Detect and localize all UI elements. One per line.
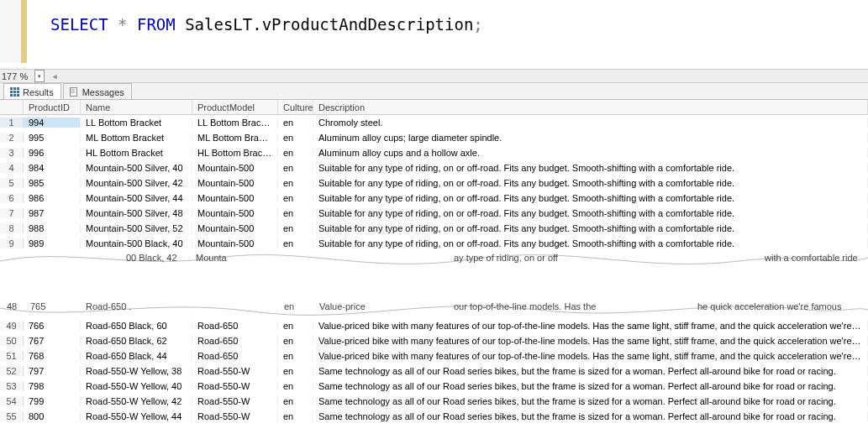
cell-productid[interactable]: 994 [24,118,81,128]
cell-productmodel[interactable]: Road-550-W [192,396,278,406]
cell-name[interactable]: Mountain-500 Silver, 42 [81,178,192,188]
cell-productmodel[interactable]: ML Bottom Bracket [192,133,278,143]
cell-name[interactable]: HL Bottom Bracket [81,148,192,158]
cell-productmodel[interactable]: Mountain-500 [192,178,278,188]
cell-productmodel[interactable]: Road-550-W [192,366,278,376]
cell-productmodel[interactable]: Mountain-500 [192,238,278,248]
cell-productid[interactable]: 988 [24,223,81,233]
cell-productmodel[interactable]: Road-550-W [192,381,278,391]
table-row[interactable]: 55800Road-550-W Yellow, 44Road-550-WenSa… [0,409,868,424]
cell-description[interactable]: Suitable for any type of riding, on or o… [313,193,868,203]
cell-culture[interactable]: en [278,223,313,233]
cell-name[interactable]: Road-550-W Yellow, 40 [81,381,192,391]
cell-description[interactable]: Aluminum alloy cups and a hollow axle. [313,148,868,158]
cell-name[interactable]: LL Bottom Bracket [81,118,192,128]
cell-description[interactable]: Suitable for any type of riding, on or o… [313,208,868,218]
cell-culture[interactable]: en [278,366,313,376]
cell-description[interactable]: Same technology as all of our Road serie… [313,366,868,376]
cell-productmodel[interactable]: Road-650 [192,336,278,346]
cell-culture[interactable]: en [278,193,313,203]
cell-productid[interactable]: 800 [24,411,81,421]
cell-productid[interactable]: 768 [24,351,81,361]
cell-name[interactable]: Mountain-500 Silver, 52 [81,223,192,233]
cell-culture[interactable]: en [278,336,313,346]
cell-name[interactable]: Road-650 Black, 60 [81,321,192,331]
cell-productmodel[interactable]: Road-650 [192,321,278,331]
cell-culture[interactable]: en [278,381,313,391]
table-row[interactable]: 8988Mountain-500 Silver, 52Mountain-500e… [0,221,868,236]
cell-productid[interactable]: 798 [24,381,81,391]
scroll-left-icon[interactable]: ◄ [51,73,58,80]
tab-messages[interactable]: Messages [63,83,132,99]
cell-culture[interactable]: en [278,321,313,331]
cell-productid[interactable]: 996 [24,148,81,158]
cell-culture[interactable]: en [278,411,313,421]
header-description[interactable]: Description [313,100,868,114]
table-row[interactable]: 5985Mountain-500 Silver, 42Mountain-500e… [0,175,868,191]
table-row[interactable]: 50767Road-650 Black, 62Road-650enValue-p… [0,333,868,348]
table-row[interactable]: 6986Mountain-500 Silver, 44Mountain-500e… [0,191,868,206]
cell-description[interactable]: Suitable for any type of riding, on or o… [313,223,868,233]
cell-name[interactable]: Road-550-W Yellow, 44 [81,411,192,421]
table-row[interactable]: 4984Mountain-500 Silver, 40Mountain-500e… [0,160,868,175]
header-productmodel[interactable]: ProductModel [192,100,278,114]
cell-productid[interactable]: 766 [24,321,81,331]
cell-productmodel[interactable]: Mountain-500 [192,223,278,233]
cell-description[interactable]: Same technology as all of our Road serie… [313,381,868,391]
tab-results[interactable]: Results [3,83,61,99]
cell-description[interactable]: Same technology as all of our Road serie… [313,411,868,421]
cell-culture[interactable]: en [278,133,313,143]
header-name[interactable]: Name [81,100,192,114]
cell-culture[interactable]: en [278,163,313,173]
table-row[interactable]: 1994LL Bottom BracketLL Bottom Bracketen… [0,115,868,130]
cell-description[interactable]: Value-priced bike with many features of … [313,321,868,331]
cell-culture[interactable]: en [278,208,313,218]
table-row[interactable]: 3996HL Bottom BracketHL Bottom Bracketen… [0,145,868,160]
cell-description[interactable]: Suitable for any type of riding, on or o… [313,163,868,173]
cell-productmodel[interactable]: Mountain-500 [192,208,278,218]
cell-name[interactable]: Road-550-W Yellow, 42 [81,396,192,406]
cell-productid[interactable]: 984 [24,163,81,173]
table-row[interactable]: 2995ML Bottom BracketML Bottom Bracketen… [0,130,868,145]
header-culture[interactable]: Culture [278,100,313,114]
sql-text[interactable]: SELECT * FROM SalesLT.vProductAndDescrip… [50,15,483,34]
table-row[interactable]: 51768Road-650 Black, 44Road-650enValue-p… [0,348,868,363]
cell-name[interactable]: Road-650 Black, 44 [81,351,192,361]
cell-productid[interactable]: 995 [24,133,81,143]
cell-productmodel[interactable]: HL Bottom Bracket [192,148,278,158]
cell-description[interactable]: Value-priced bike with many features of … [313,351,868,361]
cell-productid[interactable]: 767 [24,336,81,346]
cell-name[interactable]: Mountain-500 Black, 40 [81,238,192,248]
table-row[interactable]: 9989Mountain-500 Black, 40Mountain-500en… [0,236,868,251]
table-row[interactable]: 52797Road-550-W Yellow, 38Road-550-WenSa… [0,363,868,379]
cell-description[interactable]: Aluminum alloy cups; large diameter spin… [313,133,868,143]
table-row[interactable]: 49766Road-650 Black, 60Road-650enValue-p… [0,318,868,333]
cell-productmodel[interactable]: Mountain-500 [192,163,278,173]
cell-culture[interactable]: en [278,351,313,361]
cell-description[interactable]: Chromoly steel. [313,118,868,128]
cell-productid[interactable]: 987 [24,208,81,218]
cell-culture[interactable]: en [278,148,313,158]
cell-name[interactable]: Mountain-500 Silver, 44 [81,193,192,203]
table-row[interactable]: 53798Road-550-W Yellow, 40Road-550-WenSa… [0,379,868,394]
cell-productid[interactable]: 797 [24,366,81,376]
cell-culture[interactable]: en [278,178,313,188]
cell-culture[interactable]: en [278,396,313,406]
cell-productid[interactable]: 986 [24,193,81,203]
cell-name[interactable]: Mountain-500 Silver, 48 [81,208,192,218]
sql-editor[interactable]: SELECT * FROM SalesLT.vProductAndDescrip… [0,0,868,69]
cell-productmodel[interactable]: Road-650 [192,351,278,361]
cell-name[interactable]: Road-650 Black, 62 [81,336,192,346]
cell-description[interactable]: Same technology as all of our Road serie… [313,396,868,406]
cell-productmodel[interactable]: Mountain-500 [192,193,278,203]
cell-productid[interactable]: 799 [24,396,81,406]
cell-name[interactable]: Road-550-W Yellow, 38 [81,366,192,376]
cell-culture[interactable]: en [278,118,313,128]
header-productid[interactable]: ProductID [24,100,81,114]
cell-productid[interactable]: 985 [24,178,81,188]
cell-description[interactable]: Value-priced bike with many features of … [313,336,868,346]
table-row[interactable]: 54799Road-550-W Yellow, 42Road-550-WenSa… [0,394,868,409]
cell-productid[interactable]: 989 [24,238,81,248]
cell-name[interactable]: Mountain-500 Silver, 40 [81,163,192,173]
zoom-dropdown[interactable]: ▾ [34,70,45,82]
